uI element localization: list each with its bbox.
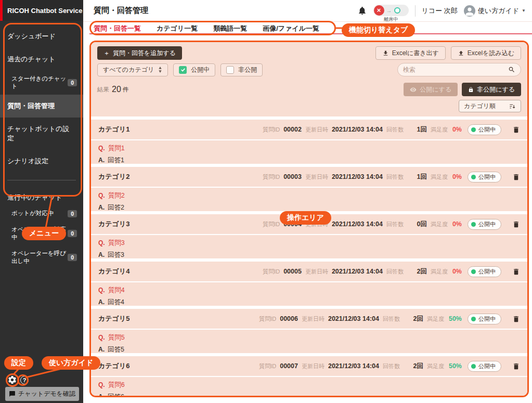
bell-icon[interactable] bbox=[357, 6, 367, 16]
sidebar-item-scenario-settings[interactable]: シナリオ設定 bbox=[0, 150, 83, 173]
filter-public-label: 公開中 bbox=[191, 66, 210, 74]
sidebar-item-operator-calling[interactable]: オペレーターを呼び出し中 0 bbox=[0, 245, 83, 269]
sidebar-item-label: 過去のチャット bbox=[7, 55, 56, 63]
question-link[interactable]: 質問1 bbox=[108, 144, 125, 153]
search-box bbox=[397, 63, 521, 76]
sidebar-item-dashboard[interactable]: ダッシュボード bbox=[0, 25, 83, 48]
question-link[interactable]: 質問6 bbox=[108, 381, 125, 389]
status-badge: 公開中 bbox=[468, 172, 501, 183]
up-down-icon bbox=[158, 67, 162, 73]
trash-icon[interactable] bbox=[512, 126, 520, 134]
guide-callout: 使い方ガイド bbox=[42, 356, 100, 370]
sidebar-item-chatbot-settings[interactable]: チャットボットの設定 bbox=[0, 118, 83, 150]
updated-value: 2021/12/03 14:04 bbox=[328, 362, 379, 370]
qid-label: 質問ID bbox=[263, 126, 280, 134]
filter-private-label: 非公開 bbox=[238, 66, 257, 74]
sidebar-item-label: ダッシュボード bbox=[7, 32, 56, 40]
satisfaction-value: 50% bbox=[449, 362, 462, 370]
tab-image-file-list[interactable]: 画像/ファイル一覧 bbox=[263, 24, 319, 33]
sidebar-item-qa-management[interactable]: 質問・回答管理 bbox=[0, 95, 83, 118]
guide-dropdown[interactable]: 使い方ガイド ▼ bbox=[464, 5, 526, 17]
status-badge: 公開中 bbox=[468, 361, 501, 372]
bulk-actions: 公開にする 非公開にする bbox=[404, 83, 521, 96]
category-name: カテゴリ2 bbox=[98, 172, 129, 181]
gear-icon[interactable] bbox=[7, 375, 17, 385]
question-link[interactable]: 質問4 bbox=[108, 286, 125, 295]
trash-icon[interactable] bbox=[512, 362, 520, 370]
filter-private-checkbox[interactable]: 非公開 bbox=[220, 63, 263, 76]
qa-list-item[interactable]: カテゴリ6 質問ID 00007 更新日時 2021/12/03 14:04 回… bbox=[91, 356, 527, 397]
excel-import-button[interactable]: Excelを読み込む bbox=[451, 46, 521, 60]
trash-icon[interactable] bbox=[512, 268, 520, 276]
question-link[interactable]: 質問2 bbox=[108, 191, 125, 200]
qa-list-item[interactable]: カテゴリ5 質問ID 00006 更新日時 2021/12/03 14:04 回… bbox=[91, 309, 527, 353]
excel-import-label: Excelを読み込む bbox=[468, 49, 514, 58]
answers-value: 1回 bbox=[407, 125, 427, 134]
qa-list-item[interactable]: カテゴリ2 質問ID 00003 更新日時 2021/12/03 14:04 回… bbox=[91, 167, 527, 211]
status-badge: 公開中 bbox=[468, 124, 501, 135]
result-count: 20 bbox=[112, 85, 121, 94]
status-badge: 公開中 bbox=[468, 314, 501, 324]
tab-synonym-list[interactable]: 類義語一覧 bbox=[213, 24, 247, 33]
top-bar: 質問・回答管理 × → 離席中 リコー 次郎 使い方ガイド ▼ bbox=[83, 0, 532, 22]
qa-item-header: カテゴリ5 質問ID 00006 更新日時 2021/12/03 14:04 回… bbox=[91, 309, 527, 330]
chat-demo-button[interactable]: チャットデモを確認 bbox=[5, 387, 79, 401]
updated-value: 2021/12/03 14:04 bbox=[332, 268, 383, 275]
answers-value: 0回 bbox=[407, 220, 427, 229]
updated-value: 2021/12/03 14:04 bbox=[332, 173, 383, 180]
qid-label: 質問ID bbox=[263, 268, 280, 276]
category-filter-label: すべてのカテゴリ bbox=[103, 66, 154, 74]
sidebar: RICOH Chatbot Service ダッシュボード 過去のチャット スタ… bbox=[0, 0, 83, 403]
category-name: カテゴリ5 bbox=[98, 314, 129, 323]
qid-label: 質問ID bbox=[263, 173, 280, 181]
unpublish-label: 非公開にする bbox=[477, 85, 515, 94]
presence-toggle[interactable]: × → bbox=[373, 5, 409, 16]
search-icon[interactable] bbox=[508, 66, 515, 73]
qa-item-header: カテゴリ4 質問ID 00005 更新日時 2021/12/03 14:04 回… bbox=[91, 262, 527, 282]
question-link[interactable]: 質問5 bbox=[108, 333, 125, 342]
add-qa-button[interactable]: ＋ 質問・回答を追加する bbox=[97, 46, 182, 60]
divider bbox=[415, 5, 416, 17]
help-icon[interactable]: ? bbox=[20, 376, 29, 384]
qa-list-item[interactable]: カテゴリ4 質問ID 00005 更新日時 2021/12/03 14:04 回… bbox=[91, 262, 527, 306]
chat-demo-label: チャットデモを確認 bbox=[18, 389, 75, 398]
qa-item-meta: 質問ID 00006 更新日時 2021/12/03 14:04 回答数 2回 … bbox=[259, 314, 520, 324]
q-prefix: Q. bbox=[98, 145, 105, 152]
user-name: リコー 次郎 bbox=[422, 6, 458, 16]
qid-value: 00003 bbox=[283, 173, 302, 180]
plus-icon: ＋ bbox=[103, 49, 110, 58]
satisfaction-value: 0% bbox=[452, 220, 462, 228]
qa-item-body: Q. 質問4 A. 回答4 bbox=[91, 282, 527, 307]
trash-icon[interactable] bbox=[512, 173, 520, 181]
status-badge-label: 公開中 bbox=[478, 268, 496, 276]
sidebar-item-label: チャットボットの設定 bbox=[7, 125, 69, 142]
qa-item-meta: 質問ID 00005 更新日時 2021/12/03 14:04 回答数 2回 … bbox=[263, 266, 520, 277]
sidebar-item-starred-chats[interactable]: スター付きのチャット 0 bbox=[0, 71, 83, 95]
question-link[interactable]: 質問3 bbox=[108, 239, 125, 248]
unpublish-button[interactable]: 非公開にする bbox=[462, 83, 521, 96]
tab-category-list[interactable]: カテゴリ一覧 bbox=[157, 24, 198, 33]
sidebar-item-bot-handling[interactable]: ボットが対応中 0 bbox=[0, 205, 83, 222]
upload-icon bbox=[458, 50, 464, 57]
sort-select[interactable]: カテゴリ順 bbox=[459, 100, 521, 112]
trash-icon[interactable] bbox=[512, 220, 520, 228]
public-dot-icon bbox=[471, 175, 476, 179]
satisfaction-value: 50% bbox=[449, 315, 462, 322]
sidebar-item-label: 質問・回答管理 bbox=[7, 102, 55, 110]
qa-item-body: Q. 質問2 A. 回答2 bbox=[91, 188, 527, 212]
sidebar-item-past-chats[interactable]: 過去のチャット bbox=[0, 48, 83, 71]
updated-label: 更新日時 bbox=[305, 268, 328, 276]
tabs-callout: 機能切り替えタブ bbox=[342, 23, 415, 37]
excel-export-button[interactable]: Excelに書き出す bbox=[375, 46, 446, 60]
search-input[interactable] bbox=[403, 66, 508, 73]
qa-item-meta: 質問ID 00003 更新日時 2021/12/03 14:04 回答数 1回 … bbox=[263, 172, 520, 183]
qid-label: 質問ID bbox=[259, 362, 276, 370]
category-filter-select[interactable]: すべてのカテゴリ bbox=[97, 63, 168, 76]
count-badge: 0 bbox=[68, 79, 77, 86]
qa-list-item[interactable]: カテゴリ1 質問ID 00002 更新日時 2021/12/03 14:04 回… bbox=[91, 120, 527, 164]
tab-qa-list[interactable]: 質問・回答一覧 bbox=[94, 24, 141, 33]
trash-icon[interactable] bbox=[512, 315, 520, 323]
updated-label: 更新日時 bbox=[302, 315, 325, 323]
publish-button[interactable]: 公開にする bbox=[404, 83, 458, 96]
filter-public-checkbox[interactable]: 公開中 bbox=[173, 63, 215, 76]
